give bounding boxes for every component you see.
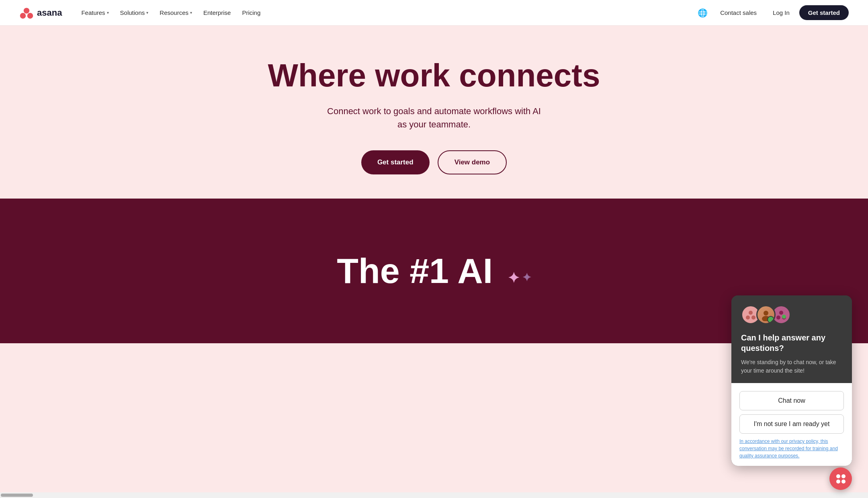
- svg-point-7: [762, 316, 770, 321]
- chevron-down-icon: ▾: [190, 10, 192, 15]
- nav-features[interactable]: Features ▾: [76, 6, 113, 19]
- chat-question: Can I help answer any questions?: [741, 332, 842, 343]
- chevron-down-icon: ▾: [146, 10, 148, 15]
- svg-point-0: [24, 8, 29, 13]
- logo-text: asana: [37, 8, 62, 18]
- hero-subtitle: Connect work to goals and automate workf…: [321, 105, 547, 131]
- chat-widget: Can I help answer any questions? We're s…: [731, 295, 852, 343]
- avatar-photo: [756, 305, 776, 324]
- language-selector[interactable]: 🌐: [694, 5, 710, 21]
- svg-point-8: [779, 311, 783, 315]
- sparkle-icon-2: ✦: [522, 272, 531, 284]
- dark-hero-title: The #1 AI ✦ ✦: [337, 251, 531, 291]
- dark-hero-content: The #1 AI ✦ ✦: [337, 252, 531, 291]
- hero-title: Where work connects: [16, 58, 852, 93]
- nav-enterprise[interactable]: Enterprise: [199, 6, 235, 19]
- asana-logo-icon: [19, 6, 34, 20]
- nav-pricing[interactable]: Pricing: [237, 6, 265, 19]
- nav-left: asana Features ▾ Solutions ▾ Resources ▾…: [19, 6, 265, 20]
- svg-point-4: [746, 316, 750, 320]
- hero-section: Where work connects Connect work to goal…: [0, 26, 868, 199]
- hero-view-demo-button[interactable]: View demo: [438, 150, 507, 174]
- chevron-down-icon: ▾: [107, 10, 109, 15]
- get-started-nav-button[interactable]: Get started: [799, 5, 849, 20]
- svg-point-3: [749, 311, 753, 315]
- svg-point-5: [751, 316, 755, 320]
- svg-point-6: [764, 311, 768, 316]
- login-button[interactable]: Log In: [766, 6, 796, 19]
- nav-right: 🌐 Contact sales Log In Get started: [694, 5, 849, 21]
- hero-buttons: Get started View demo: [16, 150, 852, 174]
- chat-avatars: [741, 305, 842, 324]
- nav-links: Features ▾ Solutions ▾ Resources ▾ Enter…: [76, 6, 265, 19]
- navbar: asana Features ▾ Solutions ▾ Resources ▾…: [0, 0, 868, 26]
- svg-point-9: [776, 316, 780, 320]
- svg-point-2: [27, 13, 33, 18]
- sparkle-icon-1: ✦: [508, 270, 520, 286]
- contact-sales-button[interactable]: Contact sales: [714, 6, 763, 19]
- svg-point-1: [20, 13, 26, 18]
- nav-solutions[interactable]: Solutions ▾: [115, 6, 154, 19]
- sparkles-decoration: ✦ ✦: [508, 270, 531, 286]
- chat-header: Can I help answer any questions? We're s…: [731, 295, 852, 343]
- svg-point-11: [782, 315, 786, 319]
- hero-get-started-button[interactable]: Get started: [361, 150, 430, 174]
- nav-resources[interactable]: Resources ▾: [155, 6, 197, 19]
- logo[interactable]: asana: [19, 6, 62, 20]
